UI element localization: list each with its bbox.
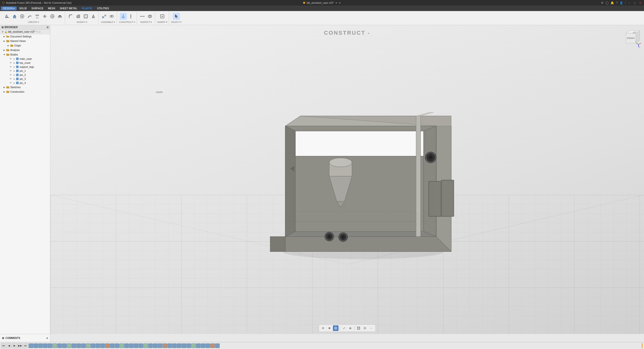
more-button[interactable]: ··· xyxy=(369,325,374,331)
timeline-op-20[interactable] xyxy=(119,343,124,348)
timeline-op-23[interactable] xyxy=(134,343,138,348)
shell-icon[interactable] xyxy=(82,13,89,20)
tree-item-top-cover[interactable]: 👁 ◈ top_cover xyxy=(0,61,50,65)
timeline-op-6[interactable] xyxy=(53,343,57,348)
tree-item-pin-4[interactable]: 👁 ◈ pin_4 xyxy=(0,81,50,85)
eye-icon[interactable]: 👁 xyxy=(9,65,12,68)
eye-icon[interactable]: 👁 xyxy=(9,61,12,64)
tree-item-pin-1[interactable]: 👁 ◈ pin_1 xyxy=(0,69,50,73)
light-icon[interactable]: ◈ xyxy=(13,65,16,68)
comments-add-icon[interactable]: + xyxy=(46,336,48,340)
timeline-op-26[interactable] xyxy=(148,343,153,348)
eye-icon[interactable]: 👁 xyxy=(9,73,12,76)
light-icon[interactable]: ◈ xyxy=(13,61,16,64)
display-settings-button[interactable] xyxy=(356,325,361,331)
timeline-op-3[interactable] xyxy=(38,343,43,348)
light-icon[interactable]: ◈ xyxy=(13,69,16,72)
timeline-op-1[interactable] xyxy=(29,343,33,348)
tree-item-sketches[interactable]: ▶ Sketches xyxy=(0,85,50,89)
design-dropdown[interactable]: DESIGN ▾ xyxy=(1,7,17,10)
modify-label[interactable]: MODIFY ▾ xyxy=(77,21,87,23)
browser-expand-icon[interactable]: ⊞ xyxy=(2,26,4,29)
file-options-icon[interactable]: ⊙ xyxy=(39,31,41,33)
tree-item-pin-2[interactable]: 👁 ◈ pin_2 xyxy=(0,73,50,77)
inspect-interference-icon[interactable] xyxy=(146,13,153,20)
timeline-op-2[interactable] xyxy=(33,343,38,348)
rib-icon[interactable] xyxy=(41,13,48,20)
eye-icon[interactable]: 👁 xyxy=(9,57,12,60)
right-icon-1[interactable]: ⚙ xyxy=(601,1,603,5)
hole-icon[interactable] xyxy=(56,13,63,20)
eye-icon[interactable]: 👁 xyxy=(9,77,12,80)
tree-item-construction[interactable]: ▶ Construction xyxy=(0,89,50,94)
light-icon[interactable]: ◈ xyxy=(13,57,16,60)
eye-icon[interactable]: 👁 xyxy=(9,69,12,72)
inspect-measure-icon[interactable] xyxy=(139,13,146,20)
timeline-op-13[interactable] xyxy=(86,343,91,348)
timeline-go-start[interactable]: ⏮ xyxy=(1,343,6,348)
timeline-next[interactable]: ▶▶ xyxy=(18,343,23,348)
minimize-button[interactable]: – xyxy=(627,1,631,5)
comments-expand-icon[interactable]: ⊞ xyxy=(2,337,4,339)
fillet-icon[interactable] xyxy=(67,13,74,20)
right-icon-4[interactable]: ? xyxy=(616,1,618,4)
inspect-label[interactable]: INSPECT ▾ xyxy=(140,21,152,23)
revolve-icon[interactable] xyxy=(19,13,26,20)
file-edit-icon[interactable]: ✎ xyxy=(36,31,38,33)
timeline-op-25[interactable] xyxy=(143,343,148,348)
timeline-op-37[interactable] xyxy=(201,343,205,348)
timeline-op-35[interactable] xyxy=(191,343,196,348)
tree-item-document-settings[interactable]: ▶ Document Settings xyxy=(0,34,50,39)
timeline-op-4[interactable] xyxy=(43,343,48,348)
surface-tab[interactable]: SURFACE xyxy=(29,7,46,10)
zoom-in-button[interactable]: ⊕ xyxy=(348,325,353,331)
timeline-op-24[interactable] xyxy=(139,343,143,348)
extrude-icon[interactable] xyxy=(11,13,18,20)
insert-icon[interactable] xyxy=(159,13,166,20)
tree-item-bodies[interactable]: ▼ Bodies xyxy=(0,52,50,57)
sketch-icon[interactable] xyxy=(4,13,11,20)
expand-icon[interactable]: ▶ xyxy=(3,90,6,93)
tree-item-named-views[interactable]: ▶ Named Views xyxy=(0,39,50,43)
file-expand-icon[interactable]: ▼ xyxy=(2,31,4,33)
tree-item-origin[interactable]: ▶ Origin xyxy=(0,43,50,48)
grid-toggle-button[interactable] xyxy=(362,325,368,331)
right-icon-2[interactable]: ◯ xyxy=(606,1,609,5)
maximize-button[interactable]: □ xyxy=(633,1,636,5)
nav-cube[interactable]: FRONT TOP X Y Z xyxy=(621,28,641,48)
timeline-op-34[interactable] xyxy=(186,343,191,348)
expand-icon[interactable]: ▶ xyxy=(3,35,6,38)
plastic-tab[interactable]: PLASTIC xyxy=(80,7,95,10)
light-icon[interactable]: ◈ xyxy=(13,81,16,84)
browser-settings-icon[interactable]: ⊙ xyxy=(47,26,49,29)
timeline-op-18[interactable] xyxy=(110,343,114,348)
construct-label[interactable]: CONSTRUCT ▾ xyxy=(119,21,135,23)
viewport[interactable]: CONSTRUCT - xyxy=(50,25,644,334)
tree-item-main-case[interactable]: 👁 ◈ main_case xyxy=(0,57,50,61)
web-icon[interactable] xyxy=(49,13,56,20)
timeline-op-31[interactable] xyxy=(172,343,177,348)
sweep-icon[interactable] xyxy=(26,13,33,20)
create-label[interactable]: CREATE ▾ xyxy=(28,21,39,23)
close-tab-icon[interactable]: ✕ xyxy=(335,2,337,4)
timeline-op-11[interactable] xyxy=(76,343,81,348)
timeline-op-29[interactable] xyxy=(163,343,167,348)
joint-icon[interactable] xyxy=(108,13,115,20)
add-tab-icon[interactable]: + xyxy=(339,1,341,5)
timeline-op-16[interactable] xyxy=(100,343,105,348)
timeline-op-22[interactable] xyxy=(129,343,134,348)
draft-icon[interactable] xyxy=(90,13,97,20)
timeline-op-40[interactable] xyxy=(215,343,220,348)
chamfer-icon[interactable] xyxy=(75,13,82,20)
expand-icon[interactable]: ▼ xyxy=(3,53,6,56)
expand-icon[interactable]: ▶ xyxy=(7,44,10,47)
3d-model[interactable] xyxy=(263,91,464,262)
look-button[interactable] xyxy=(333,325,339,331)
zoom-fit-button[interactable]: ⤢ xyxy=(341,325,347,331)
assemble-label[interactable]: ASSEMBLE ▾ xyxy=(101,21,115,23)
timeline-go-end[interactable]: ⏭ xyxy=(23,343,28,348)
light-icon[interactable]: ◈ xyxy=(13,77,16,80)
tree-item-pin-3[interactable]: 👁 ◈ pin_3 xyxy=(0,77,50,81)
right-icon-3[interactable]: 🔔 xyxy=(611,1,614,5)
timeline-op-32[interactable] xyxy=(177,343,181,348)
